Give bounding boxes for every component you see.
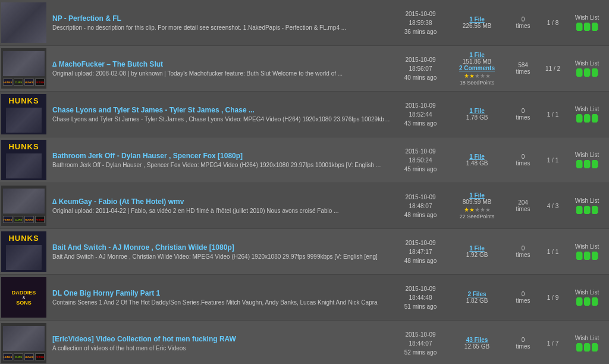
- item-title: ∆ MachoFucker – The Butch Slut: [52, 60, 391, 68]
- item-pages: 1 / 9: [539, 294, 566, 301]
- item-comments[interactable]: 2 Comments: [447, 65, 507, 71]
- wishlist-icon[interactable]: [584, 206, 591, 214]
- wishlist-label: Wish List: [566, 335, 608, 341]
- item-title: Bait And Switch - AJ Monroe , Christian …: [52, 243, 391, 252]
- wishlist-icons: [566, 343, 608, 352]
- thumbnail: [1, 2, 46, 43]
- wishlist-label: Wish List: [566, 106, 608, 112]
- item-title: [EricVideos] Video Collection of hot men…: [52, 335, 391, 343]
- list-item: DADDIES&SONSDL One Big Horny Family Part…: [0, 275, 609, 321]
- wishlist-icon[interactable]: [592, 297, 598, 306]
- wishlist-icon[interactable]: [584, 343, 591, 352]
- item-title-link[interactable]: DL One Big Horny Family Part 1: [52, 289, 160, 297]
- wishlist-icon[interactable]: [576, 160, 583, 168]
- item-file-count[interactable]: 1 File: [447, 192, 507, 199]
- wishlist-icon[interactable]: [576, 343, 583, 352]
- wishlist-label: Wish List: [566, 197, 608, 204]
- item-file-count[interactable]: 1 File: [447, 108, 507, 114]
- item-datetime: 2015-10-0918:50:2445 mins ago: [394, 147, 447, 174]
- thumbnail: HUNKS: [1, 94, 46, 134]
- wishlist-icon[interactable]: [576, 114, 583, 123]
- wishlist-icon[interactable]: [576, 23, 583, 31]
- item-datetime: 2015-10-0918:48:0748 mins ago: [394, 193, 447, 219]
- wishlist-label: Wish List: [566, 289, 608, 296]
- item-title-link[interactable]: Bathroom Jerk Off - Dylan Hauser , Spenc…: [52, 152, 243, 160]
- thumbnail: HUNKSCLIPSHUNKSFETISH: [1, 186, 46, 226]
- wishlist-icon[interactable]: [584, 23, 591, 31]
- thumbnail: HUNKSCLIPSHUNKSFETISH: [1, 323, 46, 363]
- list-item: HUNKSBait And Switch - AJ Monroe , Chris…: [0, 229, 609, 275]
- wishlist-icon[interactable]: [576, 252, 583, 260]
- item-title: ∆ KeumGay - Fabio (At The Hotel) wmv: [52, 197, 391, 206]
- item-wishlist: Wish List: [566, 60, 608, 77]
- item-times: 0times: [507, 245, 539, 258]
- item-title: Bathroom Jerk Off - Dylan Hauser , Spenc…: [52, 152, 391, 160]
- item-desc: Chase Lyons and Tyler St.James - Tyler S…: [52, 115, 391, 123]
- item-info: DL One Big Horny Family Part 1Contains S…: [50, 288, 394, 307]
- wishlist-icon[interactable]: [584, 114, 591, 123]
- wishlist-icons: [566, 206, 608, 214]
- item-title-link[interactable]: Bait And Switch - AJ Monroe , Christian …: [52, 243, 234, 252]
- item-wishlist: Wish List: [566, 335, 608, 352]
- item-desc: Description - no description for this cl…: [52, 24, 391, 32]
- item-title-link[interactable]: ∆ MachoFucker – The Butch Slut: [52, 60, 163, 68]
- wishlist-label: Wish List: [566, 152, 608, 158]
- wishlist-icon[interactable]: [592, 23, 598, 31]
- item-title: NP - Perfection & FL: [52, 14, 391, 23]
- item-times: 0times: [507, 337, 539, 350]
- wishlist-icons: [566, 252, 608, 260]
- item-file-size: 809.59 MB: [447, 199, 507, 205]
- wishlist-icon[interactable]: [584, 297, 591, 306]
- item-title-link[interactable]: Chase Lyons and Tyler St James - Tyler S…: [52, 106, 255, 114]
- wishlist-icon[interactable]: [576, 68, 583, 77]
- item-times: 0times: [507, 153, 539, 167]
- item-file-count[interactable]: 1 File: [447, 52, 507, 58]
- item-title-link[interactable]: [EricVideos] Video Collection of hot men…: [52, 335, 236, 343]
- item-times: 204times: [507, 199, 539, 212]
- item-wishlist: Wish List: [566, 289, 608, 306]
- wishlist-icon[interactable]: [592, 343, 598, 352]
- item-stars: ★★★★★: [447, 73, 507, 79]
- item-file-size: 12.65 GB: [447, 343, 507, 350]
- item-info: Bait And Switch - AJ Monroe , Christian …: [50, 242, 394, 262]
- item-file-info: 1 File1.78 GB: [447, 108, 507, 121]
- wishlist-icon[interactable]: [584, 68, 591, 77]
- wishlist-label: Wish List: [566, 243, 608, 250]
- item-desc: A collection of videos of the hot men of…: [52, 344, 391, 352]
- list-item: NP - Perfection & FLDescription - no des…: [0, 0, 609, 46]
- wishlist-icon[interactable]: [576, 297, 583, 306]
- item-title-link[interactable]: NP - Perfection & FL: [52, 14, 121, 23]
- item-pages: 11 / 2: [539, 65, 566, 72]
- item-times: 0times: [507, 291, 539, 304]
- wishlist-icon[interactable]: [592, 114, 598, 123]
- item-file-info: 2 Files1.82 GB: [447, 291, 507, 304]
- wishlist-icon[interactable]: [592, 206, 598, 214]
- item-file-count[interactable]: 1 File: [447, 16, 507, 23]
- thumbnail: HUNKS: [1, 140, 46, 180]
- main-list: NP - Perfection & FLDescription - no des…: [0, 0, 609, 364]
- item-title-link[interactable]: ∆ KeumGay - Fabio (At The Hotel) wmv: [52, 197, 184, 206]
- wishlist-icon[interactable]: [584, 160, 591, 168]
- list-item: HUNKSChase Lyons and Tyler St James - Ty…: [0, 92, 609, 137]
- item-times: 584times: [507, 62, 539, 75]
- wishlist-icon[interactable]: [592, 68, 598, 77]
- item-file-info: 1 File1.48 GB: [447, 153, 507, 167]
- item-info: [EricVideos] Video Collection of hot men…: [50, 334, 394, 353]
- item-datetime: 2015-10-0918:59:3836 mins ago: [394, 10, 447, 36]
- item-file-info: 1 File1.92 GB: [447, 245, 507, 258]
- item-file-count[interactable]: 1 File: [447, 153, 507, 160]
- wishlist-icon[interactable]: [584, 252, 591, 260]
- item-file-info: 43 Files12.65 GB: [447, 337, 507, 350]
- item-file-count[interactable]: 43 Files: [447, 337, 507, 343]
- wishlist-label: Wish List: [566, 60, 608, 67]
- item-file-count[interactable]: 1 File: [447, 245, 507, 252]
- wishlist-icon[interactable]: [592, 252, 598, 260]
- item-file-size: 1.48 GB: [447, 160, 507, 167]
- item-file-count[interactable]: 2 Files: [447, 291, 507, 297]
- item-pages: 4 / 3: [539, 203, 566, 209]
- item-wishlist: Wish List: [566, 243, 608, 260]
- item-info: Bathroom Jerk Off - Dylan Hauser , Spenc…: [50, 150, 394, 170]
- list-item: HUNKSCLIPSHUNKSFETISH∆ KeumGay - Fabio (…: [0, 183, 609, 229]
- wishlist-icon[interactable]: [576, 206, 583, 214]
- wishlist-icon[interactable]: [592, 160, 598, 168]
